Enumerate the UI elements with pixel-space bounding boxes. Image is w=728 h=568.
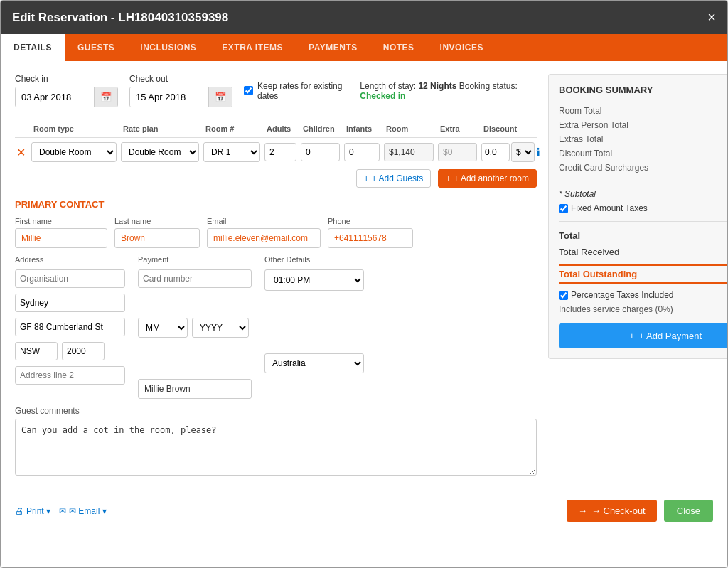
tab-guests[interactable]: GUESTS [65, 34, 127, 61]
col-header-room: Room [386, 124, 436, 133]
tab-invoices[interactable]: INVOICES [427, 34, 496, 61]
country-select[interactable]: Australia [264, 353, 364, 373]
email-icon: ✉ [59, 506, 66, 516]
keep-rates-checkbox[interactable] [244, 86, 253, 95]
discount-row: $ ℹ [481, 142, 535, 162]
discount-total-label: Discount Total [559, 149, 612, 159]
modal-close-button[interactable]: × [707, 9, 716, 26]
discount-value-input[interactable] [481, 143, 510, 161]
expiry-month-select[interactable]: MM [138, 318, 188, 338]
booking-summary: BOOKING SUMMARY Room Total $1,140 Extra … [548, 74, 728, 359]
tab-details[interactable]: DETAILS [1, 34, 65, 61]
service-charges-label: Includes service charges (0%) [559, 304, 673, 314]
expiry-year-select[interactable]: YYYY [192, 318, 249, 338]
extras-total-label: Extras Total [559, 134, 603, 144]
add-room-button[interactable]: + + Add another room [438, 169, 537, 188]
last-name-label: Last name [114, 217, 200, 225]
card-number-input[interactable] [138, 269, 252, 288]
add-guests-plus-icon: + [364, 173, 369, 183]
address-street-row [15, 318, 125, 336]
contact-name-row: First name Last name Email Phone [15, 217, 537, 248]
check-out-group: Check out 📅 [129, 74, 232, 107]
other-details-section: Other Details 01:00 PM Australia [264, 255, 364, 399]
pct-tax-checkbox[interactable] [559, 291, 568, 300]
modal-title: Edit Reservation - LH18040310359398 [12, 11, 228, 25]
check-in-calendar-icon[interactable]: 📅 [94, 87, 117, 107]
discount-info-icon[interactable]: ℹ [536, 146, 540, 159]
check-out-button[interactable]: → → Check-out [567, 500, 657, 522]
room-table-header: Room type Rate plan Room # Adults Childr… [15, 120, 537, 138]
state-input[interactable] [15, 342, 58, 360]
comments-textarea[interactable]: Can you add a cot in the room, please? [15, 419, 537, 476]
check-out-calendar-icon[interactable]: 📅 [208, 87, 232, 107]
phone-group: Phone [328, 217, 413, 248]
col-header-adults: Adults [267, 124, 299, 133]
modal-header: Edit Reservation - LH18040310359398 × [1, 1, 727, 34]
children-input[interactable] [301, 143, 340, 161]
date-row: Check in 📅 Check out 📅 Keep rates for [15, 74, 537, 107]
country-row: Australia [264, 353, 364, 373]
subtotal-label: * Subtotal [559, 189, 596, 199]
address-label: Address [15, 255, 125, 264]
print-button[interactable]: 🖨 Print ▾ [15, 506, 50, 516]
first-name-input[interactable] [15, 228, 107, 248]
add-payment-button[interactable]: + + Add Payment [559, 323, 728, 348]
tab-inclusions[interactable]: INCLUSIONS [127, 34, 209, 61]
tab-payments[interactable]: PAYMENTS [296, 34, 370, 61]
add-guests-button[interactable]: + + Add Guests [356, 169, 431, 188]
payment-label: Payment [138, 255, 252, 264]
discount-type-select[interactable]: $ [511, 142, 535, 162]
total-received-row: Total Received $0 [559, 244, 728, 260]
address-street-input[interactable] [15, 318, 125, 336]
stay-nights: 12 Nights [418, 81, 456, 91]
extra-person-row: Extra Person Total $0 [559, 118, 728, 132]
address-line2-input[interactable] [15, 366, 125, 385]
infants-input[interactable] [344, 143, 380, 161]
last-name-input[interactable] [114, 228, 200, 248]
phone-input[interactable] [328, 228, 413, 248]
discount-total-row: Discount Total $0 [559, 146, 728, 161]
first-name-group: First name [15, 217, 107, 248]
fixed-tax-checkbox[interactable] [559, 204, 568, 213]
stay-info: Length of stay: 12 Nights Booking status… [360, 81, 537, 101]
credit-card-label: Credit Card Surcharges [559, 163, 648, 173]
close-button[interactable]: Close [664, 500, 713, 522]
rate-plan-select[interactable]: Double Room 3-t [121, 142, 199, 162]
address-city-row [15, 294, 125, 312]
other-details-select[interactable]: 01:00 PM [264, 269, 364, 291]
check-out-input-wrap: 📅 [129, 87, 232, 107]
right-panel: BOOKING SUMMARY Room Total $1,140 Extra … [548, 74, 728, 478]
add-room-plus-icon: + [446, 173, 451, 183]
fixed-tax-row: Fixed Amount Taxes $5.99 [559, 201, 728, 215]
tab-notes[interactable]: NOTES [370, 34, 427, 61]
room-number-select[interactable]: DR 1 [203, 142, 260, 162]
remove-room-button[interactable]: ✕ [15, 146, 27, 159]
address-city-input[interactable] [15, 294, 125, 312]
tab-extra-items[interactable]: EXTRA ITEMS [209, 34, 296, 61]
postcode-input[interactable] [62, 342, 105, 360]
check-in-label: Check in [15, 74, 118, 84]
credit-card-row: Credit Card Surcharges $0 [559, 161, 728, 175]
extra-price-display: $0 [438, 143, 477, 161]
room-total-label: Room Total [559, 106, 601, 116]
modal-footer: 🖨 Print ▾ ✉ ✉ Email ▾ → → Check-out Clos… [1, 491, 727, 530]
room-row: ✕ Double Room Double Room 3-t DR 1 [15, 142, 537, 162]
col-header-infants: Infants [346, 124, 382, 133]
total-label: Total [559, 230, 580, 241]
email-input[interactable] [207, 228, 321, 248]
room-type-select[interactable]: Double Room [31, 142, 117, 162]
adults-input[interactable] [264, 143, 296, 161]
payment-section: Payment MM YYYY [138, 255, 252, 399]
pct-tax-label: Percentage Taxes Included [571, 290, 674, 300]
check-in-input[interactable] [16, 87, 94, 107]
keep-rates-label: Keep rates for existing dates [257, 81, 348, 101]
tab-bar: DETAILS GUESTS INCLUSIONS EXTRA ITEMS PA… [1, 34, 727, 61]
organisation-input[interactable] [15, 269, 125, 288]
address-state-postcode-row [15, 342, 125, 360]
email-button[interactable]: ✉ ✉ Email ▾ [59, 506, 107, 516]
col-header-extra: Extra [440, 124, 479, 133]
cardholder-name-input[interactable] [138, 379, 252, 399]
col-header-children: Children [303, 124, 342, 133]
check-out-input[interactable] [130, 87, 208, 107]
fixed-tax-label: Fixed Amount Taxes [571, 203, 648, 213]
